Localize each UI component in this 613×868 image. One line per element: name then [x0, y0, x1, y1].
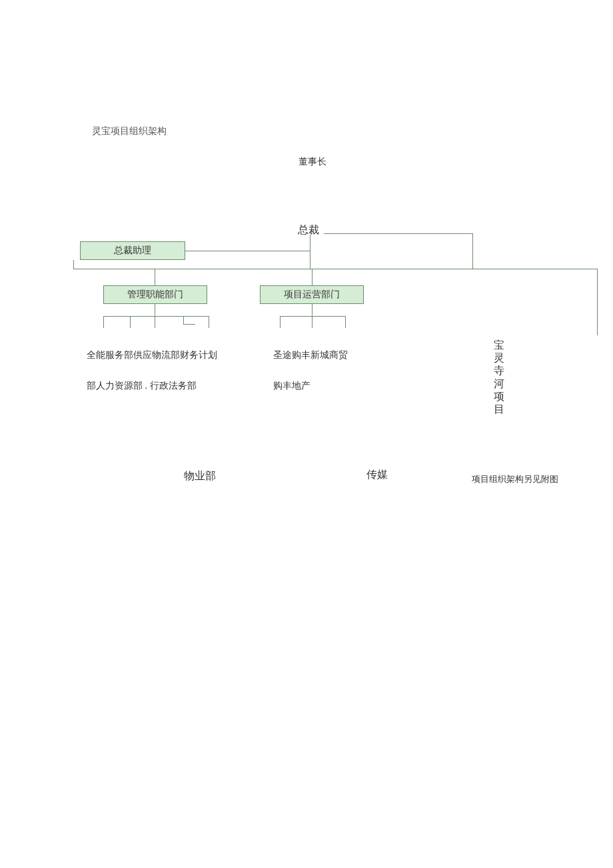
dept-media: 传媒 — [366, 468, 388, 482]
connector — [155, 316, 155, 328]
connector — [155, 269, 155, 285]
footnote: 项目组织架构另见附图 — [472, 473, 558, 485]
node-mgmt-dept: 管理职能部门 — [103, 285, 207, 304]
connector — [183, 316, 184, 324]
connector — [183, 324, 195, 325]
dept-property: 物业部 — [184, 469, 216, 483]
ops-departments-line2: 购丰地产 — [273, 380, 310, 392]
connector — [310, 260, 310, 269]
mgmt-departments-line1: 全能服务部供应物流部财务计划 — [87, 349, 217, 361]
connector — [103, 316, 209, 317]
connector — [312, 316, 312, 328]
node-ops-dept: 项目运营部门 — [260, 285, 364, 304]
connector — [312, 304, 312, 316]
connector — [209, 316, 209, 328]
node-president: 总裁 — [298, 223, 319, 237]
connector — [73, 260, 74, 269]
node-chairman: 董事长 — [299, 156, 326, 168]
project-baolingsi: 宝灵寺河项目 — [493, 339, 505, 415]
connector — [280, 316, 281, 328]
connector — [73, 269, 597, 269]
connector — [345, 316, 346, 328]
ops-departments-line1: 圣途购丰新城商贸 — [273, 349, 348, 361]
connector — [472, 233, 473, 269]
connector — [597, 269, 598, 335]
page-title: 灵宝项目组织架构 — [92, 125, 167, 137]
connector — [130, 316, 131, 328]
connector — [103, 316, 104, 328]
connector — [310, 235, 310, 260]
connector — [312, 269, 312, 285]
mgmt-departments-line2: 部人力资源部 . 行政法务部 — [87, 380, 197, 392]
connector — [155, 304, 155, 316]
connector — [280, 316, 345, 317]
connector — [324, 233, 472, 234]
node-assistant: 总裁助理 — [80, 241, 185, 260]
connector — [185, 251, 310, 251]
